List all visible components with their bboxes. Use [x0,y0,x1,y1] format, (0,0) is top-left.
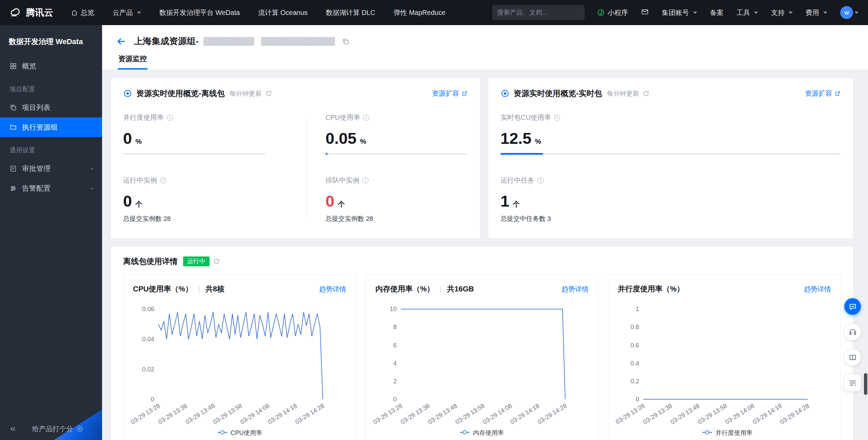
trend-details-link[interactable]: 趋势详情 [804,285,831,294]
sidebar-footer: 给产品打个分 [0,418,102,440]
svg-text:03-29 13:28: 03-29 13:28 [130,402,161,425]
svg-text:03-29 14:18: 03-29 14:18 [751,402,783,425]
trend-details-link[interactable]: 趋势详情 [561,285,589,294]
tencent-cloud-logo[interactable]: 腾讯云 [9,6,53,19]
nav-oceanus[interactable]: 流计算 Oceanus [258,8,308,17]
total-submitted-instances: 总提交实例数 28 [123,214,265,223]
cloud-logo-icon [9,6,22,19]
main-area: 上海集成资源组- 资源监控 资源实时使用概览-离线包 每分钟更新 [102,25,868,440]
top-nav: 总览 云产品 数据开发治理平台 WeData 流计算 Oceanus 数据湖计算… [71,8,446,17]
info-icon[interactable] [363,115,369,121]
home-icon [71,9,78,16]
scrollbar-thumb[interactable] [864,373,867,395]
sidebar-item-project-list[interactable]: 项目列表 [0,98,102,117]
docs-button[interactable] [844,349,861,366]
chart-title: CPU使用率（%） [133,284,193,294]
chart-panel-cpu: CPU使用率（%） | 共8核 趋势详情 00.020.040.0603-29 … [123,275,356,440]
svg-text:03-29 13:38: 03-29 13:38 [157,402,189,425]
info-icon[interactable] [362,177,369,184]
scale-out-link[interactable]: 资源扩容 [805,89,841,98]
nav-cloud-products[interactable]: 云产品 [113,8,141,17]
svg-text:03-29 14:18: 03-29 14:18 [267,402,298,425]
svg-text:4: 4 [393,360,397,367]
sidebar-item-alert-config[interactable]: 告警配置 [0,178,102,198]
survey-icon [848,379,857,387]
parallelism-usage-stat: 并行度使用率 0% [123,113,265,155]
divider: | [440,285,442,293]
svg-text:03-29 13:28: 03-29 13:28 [372,402,404,425]
trend-details-link[interactable]: 趋势详情 [319,285,346,294]
rate-product-button[interactable]: 给产品打个分 [32,424,83,434]
svg-text:03-29 13:48: 03-29 13:48 [184,402,216,425]
miniprogram-link[interactable]: 小程序 [597,8,628,17]
info-icon[interactable] [537,177,544,184]
tab-resource-monitoring[interactable]: 资源监控 [118,54,147,70]
tools-menu[interactable]: 工具 [736,8,758,17]
svg-text:03-29 14:28: 03-29 14:28 [536,402,568,425]
nav-wedata[interactable]: 数据开发治理平台 WeData [159,8,240,17]
sidebar-item-overview[interactable]: 概览 [0,56,102,76]
redacted-resource-id [261,37,335,46]
copy-icon[interactable] [342,37,350,45]
card-title: 资源实时使用概览-离线包 [136,88,225,99]
sidebar-item-exec-resource-group[interactable]: 执行资源组 [0,117,102,137]
running-tasks-stat: 运行中任务 1个 总提交中任务数 3 [500,176,841,223]
user-avatar[interactable]: w [840,6,859,19]
svg-text:03-29 14:08: 03-29 14:08 [724,402,756,425]
svg-text:CPU使用率: CPU使用率 [231,429,262,436]
svg-text:0.6: 0.6 [631,342,639,349]
info-icon[interactable] [167,115,173,121]
floating-buttons [844,298,861,391]
chevron-down-icon [137,12,141,14]
global-search-box[interactable] [492,5,585,20]
parallelism-usage-line-chart: 00.20.40.60.8103-29 13:2803-29 13:3803-2… [618,304,831,440]
scale-out-link[interactable]: 资源扩容 [432,89,468,98]
update-note: 每分钟更新 [607,89,639,98]
sidebar-section-project: 项目配置 [0,76,102,98]
folder-icon [9,123,17,131]
refresh-icon[interactable] [213,258,220,265]
info-icon[interactable] [554,115,560,121]
message-icon[interactable] [641,8,649,18]
monitor-target-icon [123,89,132,98]
svg-text:03-29 13:38: 03-29 13:38 [642,402,673,425]
svg-text:03-29 13:28: 03-29 13:28 [614,402,646,425]
group-account-menu[interactable]: 集团账号 [662,8,697,17]
offline-usage-details-card: 离线包使用详情 运行中 CPU使用率（%） | 共8核 趋势详情 00.020.… [111,247,853,440]
svg-text:0.4: 0.4 [631,360,639,367]
rate-icon [76,425,83,433]
total-submitted-instances: 总提交实例数 28 [326,214,468,223]
chat-support-button[interactable] [844,298,861,315]
svg-text:03-29 14:28: 03-29 14:28 [294,402,326,425]
survey-button[interactable] [844,375,861,391]
chevron-down-icon [854,12,859,14]
customer-service-button[interactable] [844,324,861,340]
brand-text: 腾讯云 [26,6,53,19]
nav-overview[interactable]: 总览 [71,8,94,17]
sidebar-item-approval[interactable]: 审批管理 [0,159,102,178]
filing-link[interactable]: 备案 [710,8,724,17]
svg-text:03-29 14:08: 03-29 14:08 [239,402,271,425]
nav-dlc[interactable]: 数据湖计算 DLC [326,8,375,17]
svg-text:0.2: 0.2 [631,378,639,385]
page-title: 上海集成资源组- [134,35,199,47]
back-button[interactable] [116,36,127,47]
customer-service-icon [848,328,857,337]
sidebar-product-title[interactable]: 数据开发治理 WeData [0,25,102,56]
billing-menu[interactable]: 费用 [806,8,827,17]
collapse-sidebar-icon[interactable] [9,425,17,433]
approval-doc-icon [9,165,17,172]
offline-package-overview-card: 资源实时使用概览-离线包 每分钟更新 资源扩容 并行度使用率 0% [111,78,480,238]
nav-mapreduce[interactable]: 弹性 MapReduce [394,8,446,17]
refresh-icon[interactable] [265,90,272,97]
external-link-icon [461,90,468,97]
svg-text:03-29 14:18: 03-29 14:18 [509,402,541,425]
search-input[interactable] [497,9,580,16]
refresh-icon[interactable] [643,90,650,97]
info-icon[interactable] [160,177,166,184]
support-menu[interactable]: 支持 [771,8,793,17]
external-link-icon [834,90,841,97]
monitor-target-icon [500,89,510,98]
total-submitted-tasks: 总提交中任务数 3 [500,214,841,223]
svg-text:03-29 14:28: 03-29 14:28 [778,402,810,425]
